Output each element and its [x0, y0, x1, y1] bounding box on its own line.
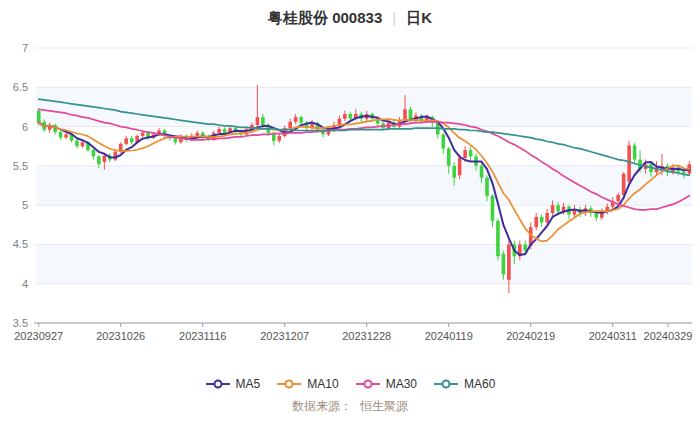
candle-body — [59, 132, 63, 138]
candle-body — [338, 119, 342, 125]
candle-body — [299, 117, 303, 123]
candle-body — [75, 141, 79, 147]
ma60-legend-marker — [433, 378, 459, 390]
candle-body — [502, 254, 506, 274]
candle-body — [441, 134, 445, 148]
data-source-label: 数据来源： — [292, 399, 352, 413]
candle-body — [294, 117, 298, 122]
candle-body — [103, 156, 107, 162]
candle-body — [256, 117, 260, 125]
ma30-legend-marker — [355, 378, 381, 390]
legend: MA5MA10MA30MA60 — [0, 374, 700, 394]
ma10-legend-marker — [276, 378, 302, 390]
stock-title: 粤桂股份 000833 — [268, 9, 382, 26]
candle-body — [507, 244, 511, 279]
candle-body — [141, 133, 145, 136]
y-axis-label: 4.5 — [13, 238, 28, 250]
x-axis-label: 20231026 — [96, 330, 145, 342]
kline-chart[interactable]: 76.565.554.543.5202309272023102620231116… — [0, 28, 700, 368]
candle-body — [343, 114, 347, 119]
candle-body — [349, 114, 353, 119]
x-axis-label: 20231228 — [342, 330, 391, 342]
candle-body — [447, 149, 451, 166]
data-source: 数据来源：恒生聚源 — [0, 398, 700, 415]
candle-body — [261, 117, 265, 125]
candle-body — [463, 150, 467, 158]
x-axis-label: 20231207 — [260, 330, 309, 342]
candle-body — [540, 217, 544, 223]
candle-body — [81, 142, 85, 146]
candle-body — [534, 217, 538, 227]
y-axis-label: 5 — [22, 199, 28, 211]
x-axis: 2023092720231026202311162023120720231228… — [14, 323, 692, 342]
period-label: 日K — [406, 9, 432, 26]
candle-body — [633, 145, 637, 159]
candle-body — [130, 138, 134, 142]
y-axis-label: 6.5 — [13, 81, 28, 93]
candle-body — [64, 134, 68, 137]
legend-label: MA10 — [307, 377, 338, 391]
candle-body — [195, 133, 199, 136]
y-axis-label: 4 — [22, 278, 28, 290]
candle-body — [458, 158, 462, 175]
candle-body — [277, 136, 281, 141]
legend-item-ma10[interactable]: MA10 — [276, 377, 338, 391]
candle-body — [223, 129, 227, 133]
chart-title: 粤桂股份 000833|日K — [0, 0, 700, 28]
legend-item-ma30[interactable]: MA30 — [355, 377, 417, 391]
candle-body — [491, 196, 495, 221]
x-axis-label: 20240329 — [644, 330, 693, 342]
data-source-name: 恒生聚源 — [360, 399, 408, 413]
candle-body — [217, 129, 221, 133]
legend-item-ma60[interactable]: MA60 — [433, 377, 495, 391]
y-axis-label: 6 — [22, 121, 28, 133]
kline-chart-page: 粤桂股份 000833|日K 76.565.554.543.5202309272… — [0, 0, 700, 415]
candle-body — [627, 145, 631, 181]
ma5-legend-marker — [205, 378, 231, 390]
candle-body — [37, 111, 41, 123]
x-axis-label: 20240219 — [506, 330, 555, 342]
y-axis-label: 7 — [22, 42, 28, 54]
candle-body — [92, 150, 96, 156]
y-axis-label: 5.5 — [13, 160, 28, 172]
candle-body — [97, 156, 101, 164]
candle-body — [556, 205, 560, 211]
candle-body — [523, 244, 527, 250]
candle-body — [551, 205, 555, 213]
candle-body — [480, 166, 484, 178]
legend-label: MA30 — [386, 377, 417, 391]
x-axis-label: 20230927 — [14, 330, 63, 342]
candle-body — [403, 109, 407, 120]
y-axis-label: 3.5 — [13, 317, 28, 329]
x-axis-label: 20231116 — [179, 330, 226, 342]
title-separator: | — [392, 9, 396, 26]
legend-label: MA60 — [464, 377, 495, 391]
candle-body — [452, 166, 456, 178]
x-axis-label: 20240311 — [589, 330, 637, 342]
candle-body — [469, 150, 473, 156]
legend-label: MA5 — [236, 377, 261, 391]
candle-body — [485, 178, 489, 196]
y-axis-labels: 76.565.554.543.5 — [13, 42, 28, 329]
candle-body — [124, 138, 128, 144]
candle-body — [288, 122, 292, 128]
candle-body — [616, 195, 620, 201]
candle-body — [595, 213, 599, 218]
x-axis-label: 20240119 — [425, 330, 473, 342]
candle-body — [545, 213, 549, 222]
candle-body — [174, 138, 178, 142]
candle-body — [622, 174, 626, 195]
candle-body — [496, 221, 500, 256]
legend-item-ma5[interactable]: MA5 — [205, 377, 261, 391]
